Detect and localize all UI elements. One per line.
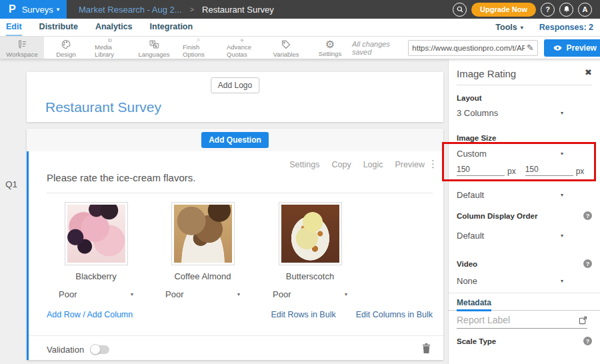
survey-url-box: ✎: [408, 40, 537, 56]
toolbar-item-design[interactable]: Design: [44, 37, 88, 59]
avatar[interactable]: A: [578, 3, 592, 17]
surveys-menu[interactable]: Surveys ▾: [22, 5, 60, 15]
search-icon: [456, 5, 464, 13]
flavor-caption[interactable]: Coffee Almond: [174, 271, 231, 281]
chevron-down-icon: ▾: [561, 278, 563, 284]
toolbar-item-languages[interactable]: Languages: [132, 37, 176, 59]
expand-icon[interactable]: [579, 316, 587, 325]
chevron-down-icon: ▾: [131, 291, 133, 297]
help-button[interactable]: ?: [541, 3, 555, 17]
toolbar-item-workspace[interactable]: Workspace: [0, 37, 44, 59]
save-status: All changes saved: [352, 40, 402, 56]
gear-icon: ⚙: [325, 39, 335, 49]
kebab-menu-icon[interactable]: ⋮: [428, 158, 438, 170]
preview-button[interactable]: Preview: [544, 39, 600, 57]
breadcrumb: Market Research - Aug 2... > Restaurant …: [79, 5, 274, 15]
trash-icon: [421, 343, 431, 354]
search-button[interactable]: [453, 3, 467, 17]
edit-columns-bulk-link[interactable]: Edit Columns in Bulk: [356, 310, 433, 319]
rating-dropdown[interactable]: Poor ▾: [59, 289, 133, 299]
image-size-inputs: px px: [457, 165, 584, 176]
tab-analytics[interactable]: Analytics: [95, 19, 133, 36]
column-display-order-label: Column Display Order: [457, 212, 537, 220]
tools-menu-label: Tools: [495, 23, 517, 32]
question-copy-link[interactable]: Copy: [331, 160, 351, 169]
topbar-actions: Upgrade Now ? A: [453, 3, 600, 17]
validation-divider: [29, 335, 443, 336]
px-unit-label: px: [576, 167, 585, 176]
question-number: Q1: [5, 179, 17, 189]
question-text[interactable]: Please rate the ice-cream flavors.: [47, 172, 195, 183]
rating-dropdown[interactable]: Poor ▾: [165, 289, 240, 299]
video-select[interactable]: None ▾: [457, 276, 563, 286]
toolbar-item-label: Languages: [138, 51, 169, 58]
column-display-order-value: Default: [457, 231, 484, 241]
add-row-column-link[interactable]: Add Row / Add Column: [47, 310, 133, 319]
upgrade-now-button[interactable]: Upgrade Now: [471, 3, 536, 17]
butterscotch-image[interactable]: [279, 202, 342, 265]
coffee-almond-ice-cream-photo: [174, 205, 232, 263]
toolbar-item-label: Design: [56, 51, 76, 58]
toolbar-item-variables[interactable]: Variables: [264, 37, 308, 59]
question-logic-link[interactable]: Logic: [363, 160, 383, 169]
image-size-select[interactable]: Custom ▾: [457, 149, 563, 159]
help-icon[interactable]: ?: [583, 211, 592, 220]
question-settings-link[interactable]: Settings: [289, 160, 319, 169]
responses-count-link[interactable]: Responses: 2: [539, 23, 593, 32]
coffee-almond-image[interactable]: [171, 202, 235, 265]
toolbar-item-finish-options[interactable]: Finish Options: [176, 37, 220, 59]
nav-row: Edit Distribute Analytics Integration To…: [0, 19, 600, 37]
logo-area[interactable]: P Surveys ▾: [0, 0, 67, 19]
tools-menu[interactable]: Tools ▾: [495, 23, 523, 32]
blackberry-ice-cream-photo: [67, 205, 125, 263]
chevron-down-icon: ▾: [561, 110, 563, 116]
notifications-button[interactable]: [559, 3, 573, 17]
toolbar-item-label: Media Library: [95, 43, 125, 58]
edit-url-icon[interactable]: ✎: [527, 43, 534, 53]
eye-icon: [553, 45, 563, 51]
edit-rows-bulk-link[interactable]: Edit Rows in Bulk: [271, 310, 335, 319]
question-preview-link[interactable]: Preview: [395, 160, 425, 169]
translate-icon: [148, 39, 160, 50]
layout-select[interactable]: 3 Columns ▾: [457, 108, 563, 118]
help-icon[interactable]: ?: [583, 337, 592, 345]
flavor-caption[interactable]: Butterscotch: [286, 271, 334, 281]
report-label-input[interactable]: [457, 315, 579, 325]
delete-question-button[interactable]: [421, 343, 431, 357]
column-display-order-select[interactable]: Default ▾: [457, 231, 563, 241]
breadcrumb-parent-link[interactable]: Market Research - Aug 2...: [79, 5, 182, 15]
toolbar-item-label: Workspace: [6, 51, 37, 58]
breadcrumb-separator: >: [190, 5, 194, 13]
flavor-column-butterscotch: Butterscotch Poor ▾: [260, 202, 360, 299]
rating-dropdown[interactable]: Poor ▾: [273, 289, 347, 299]
validation-toggle[interactable]: [91, 345, 109, 354]
image-height-input[interactable]: [525, 165, 573, 176]
tab-metadata[interactable]: Metadata: [457, 298, 491, 311]
breadcrumb-current: Restaurant Survey: [202, 5, 274, 15]
add-question-button[interactable]: Add Question: [201, 132, 269, 148]
video-value: None: [457, 276, 477, 286]
questionpro-logo-icon: P: [9, 3, 16, 15]
image-size-value: Custom: [457, 149, 487, 159]
tab-integration[interactable]: Integration: [150, 19, 193, 36]
tag-icon: [280, 39, 292, 50]
survey-title[interactable]: Restaurant Survey: [45, 99, 161, 115]
image-width-input[interactable]: [457, 165, 505, 176]
scale-type-label: Scale Type: [457, 337, 496, 345]
toolbar-item-media-library[interactable]: Media Library: [88, 37, 132, 59]
toolbar-item-advance-quotas[interactable]: Advance Quotas: [220, 37, 264, 59]
tab-distribute[interactable]: Distribute: [39, 19, 78, 36]
survey-url-input[interactable]: [412, 44, 524, 52]
nav-right: Tools ▾ Responses: 2: [495, 19, 600, 36]
tab-edit[interactable]: Edit: [6, 19, 22, 36]
help-icon[interactable]: ?: [583, 259, 592, 268]
blackberry-image[interactable]: [65, 202, 128, 265]
butterscotch-ice-cream-photo: [281, 205, 339, 263]
add-logo-button[interactable]: Add Logo: [211, 77, 259, 93]
layout-value: 3 Columns: [457, 108, 498, 118]
close-icon[interactable]: ✖: [585, 67, 592, 77]
flavor-caption[interactable]: Blackberry: [75, 271, 116, 281]
toolbar-item-settings[interactable]: ⚙ Settings: [308, 37, 352, 59]
validation-label: Validation: [47, 345, 84, 355]
image-size-default-select[interactable]: Default ▾: [457, 190, 563, 200]
